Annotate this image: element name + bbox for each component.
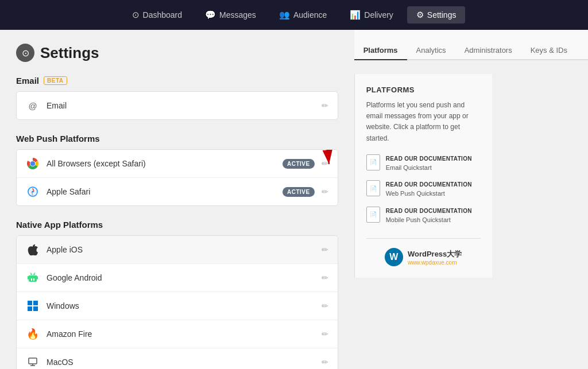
apple-safari-edit-icon[interactable]: ✏	[322, 187, 328, 196]
settings-icon: ⚙	[416, 10, 424, 20]
macos-row[interactable]: MacOS ✏	[17, 348, 338, 369]
apple-ios-edit-icon[interactable]: ✏	[322, 245, 328, 254]
dashboard-icon: ⊙	[132, 10, 140, 20]
delivery-icon: 📊	[350, 10, 361, 20]
amazon-fire-icon: 🔥	[26, 327, 40, 341]
doc-icon-webpush: 📄	[366, 180, 380, 196]
email-platform-name: Email	[47, 101, 322, 110]
apple-safari-name: Apple Safari	[47, 187, 283, 196]
tab-analytics[interactable]: Analytics	[407, 41, 455, 60]
tab-administrators[interactable]: Administrators	[455, 41, 521, 60]
watermark-logo-symbol: W	[389, 252, 398, 262]
doc-icon-email: 📄	[366, 154, 380, 170]
watermark: W WordPress大学 www.wpdaxue.com	[366, 238, 481, 266]
watermark-name: WordPress大学	[408, 249, 462, 259]
native-label-text: Native App Platforms	[16, 220, 103, 230]
nav-item-delivery[interactable]: 📊 Delivery	[341, 6, 403, 24]
page-header-icon: ⊙	[16, 44, 34, 62]
svg-rect-18	[28, 301, 32, 305]
nav-label-dashboard: Dashboard	[143, 10, 183, 20]
tab-platforms[interactable]: Platforms	[354, 41, 407, 60]
watermark-logo: W	[385, 248, 403, 266]
top-navigation: ⊙ Dashboard 💬 Messages 👥 Audience 📊 Deli…	[0, 0, 588, 30]
sidebar-title: PLATFORMS	[366, 86, 481, 94]
doc-text-webpush: READ OUR DOCUMENTATION Web Push Quicksta…	[386, 180, 472, 199]
tab-bar: Platforms Analytics Administrators Keys …	[354, 30, 588, 60]
chrome-icon	[26, 157, 40, 170]
email-edit-icon[interactable]: ✏	[322, 101, 328, 110]
email-row[interactable]: @ Email ✏	[17, 92, 338, 119]
android-edit-icon[interactable]: ✏	[322, 273, 328, 282]
messages-icon: 💬	[205, 10, 216, 20]
nav-item-settings[interactable]: ⚙ Settings	[407, 6, 466, 24]
google-android-row[interactable]: Google Android ✏	[17, 264, 338, 292]
all-browsers-active-badge: ACTIVE	[283, 159, 315, 169]
all-browsers-row[interactable]: All Browsers (except Safari) ACTIVE ✏	[17, 150, 338, 178]
doc-link-webpush[interactable]: 📄 READ OUR DOCUMENTATION Web Push Quicks…	[366, 180, 481, 199]
native-section-label: Native App Platforms	[16, 220, 338, 230]
svg-rect-11	[37, 276, 38, 279]
svg-point-4	[31, 162, 35, 166]
doc-text-email: READ OUR DOCUMENTATION Email Quickstart	[386, 154, 472, 173]
beta-badge: BETA	[44, 76, 67, 85]
nav-item-dashboard[interactable]: ⊙ Dashboard	[123, 6, 192, 24]
doc-label-webpush: READ OUR DOCUMENTATION	[386, 180, 472, 189]
audience-icon: 👥	[279, 10, 290, 20]
doc-text-mobilepush: READ OUR DOCUMENTATION Mobile Push Quick…	[386, 207, 472, 225]
email-label-text: Email	[16, 76, 39, 86]
apple-safari-row[interactable]: Apple Safari ACTIVE ✏	[17, 178, 338, 205]
svg-rect-19	[33, 301, 38, 305]
nav-item-messages[interactable]: 💬 Messages	[196, 6, 265, 24]
amazon-fire-edit-icon[interactable]: ✏	[322, 329, 328, 339]
email-section-label: Email BETA	[16, 76, 338, 86]
nav-label-messages: Messages	[219, 10, 256, 20]
macos-edit-icon[interactable]: ✏	[322, 358, 328, 367]
svg-rect-20	[28, 306, 32, 311]
page-title: Settings	[40, 44, 99, 62]
svg-rect-16	[31, 278, 32, 281]
right-panel: Platforms Analytics Administrators Keys …	[354, 30, 588, 369]
nav-item-audience[interactable]: 👥 Audience	[270, 6, 336, 24]
windows-row[interactable]: Windows ✏	[17, 292, 338, 320]
macos-name: MacOS	[47, 358, 322, 367]
doc-link-email[interactable]: 📄 READ OUR DOCUMENTATION Email Quickstar…	[366, 154, 481, 173]
all-browsers-edit-icon[interactable]: ✏	[322, 159, 328, 168]
svg-rect-10	[28, 276, 29, 279]
main-content: ⊙ Settings Email BETA @ Email ✏ Web Push…	[0, 30, 354, 369]
svg-rect-22	[29, 358, 37, 364]
email-platform-list: @ Email ✏	[16, 91, 338, 120]
watermark-url: www.wpdaxue.com	[408, 259, 462, 266]
windows-name: Windows	[47, 301, 322, 310]
windows-edit-icon[interactable]: ✏	[322, 301, 328, 310]
doc-icon-mobilepush: 📄	[366, 207, 380, 223]
sidebar-description: Platforms let you send push and email me…	[366, 100, 481, 144]
svg-rect-17	[33, 278, 34, 281]
doc-sublabel-email: Email Quickstart	[386, 164, 432, 171]
nav-label-settings: Settings	[427, 10, 457, 20]
macos-icon	[26, 355, 40, 369]
doc-link-mobilepush[interactable]: 📄 READ OUR DOCUMENTATION Mobile Push Qui…	[366, 207, 481, 225]
all-browsers-name: All Browsers (except Safari)	[47, 159, 283, 168]
safari-icon	[26, 185, 40, 199]
header-icon-symbol: ⊙	[22, 48, 29, 59]
page-header: ⊙ Settings	[16, 44, 338, 62]
doc-label-email: READ OUR DOCUMENTATION	[386, 154, 472, 163]
sidebar: PLATFORMS Platforms let you send push an…	[354, 74, 492, 278]
email-icon: @	[26, 99, 40, 112]
doc-label-mobilepush: READ OUR DOCUMENTATION	[386, 207, 472, 215]
native-platform-list: Apple iOS ✏	[16, 235, 338, 369]
android-icon	[26, 271, 40, 285]
doc-sublabel-mobilepush: Mobile Push Quickstart	[386, 216, 451, 223]
windows-icon	[26, 299, 40, 313]
web-push-section-label: Web Push Platforms	[16, 134, 338, 143]
web-push-platform-list: All Browsers (except Safari) ACTIVE ✏ Ap…	[16, 149, 338, 206]
amazon-fire-name: Amazon Fire	[47, 329, 322, 339]
apple-safari-active-badge: ACTIVE	[283, 187, 315, 197]
apple-ios-row[interactable]: Apple iOS ✏	[17, 236, 338, 264]
nav-label-delivery: Delivery	[364, 10, 393, 20]
nav-label-audience: Audience	[293, 10, 327, 20]
amazon-fire-row[interactable]: 🔥 Amazon Fire ✏	[17, 320, 338, 348]
page-container: ⊙ Settings Email BETA @ Email ✏ Web Push…	[0, 30, 588, 369]
svg-rect-21	[33, 306, 38, 311]
tab-keys-ids[interactable]: Keys & IDs	[521, 41, 577, 60]
